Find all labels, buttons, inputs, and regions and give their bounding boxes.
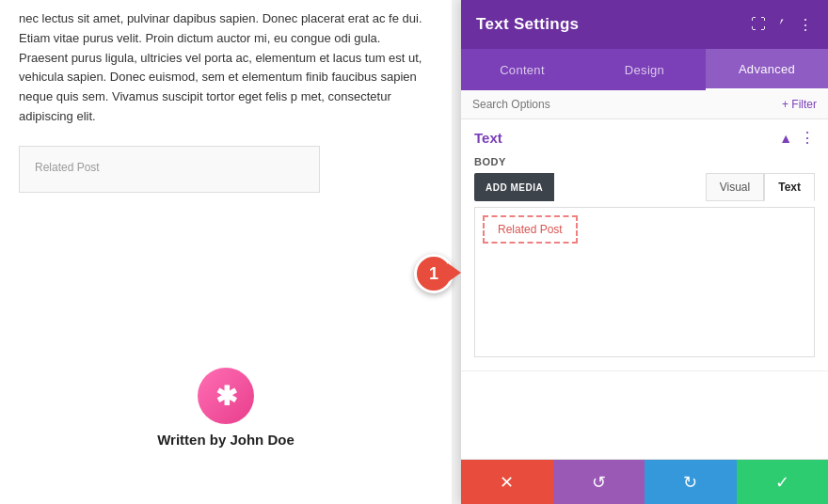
step-arrow (448, 263, 461, 282)
panel-header-icons: ⛶ ⎖ ⋮ (751, 16, 813, 34)
tab-design[interactable]: Design (583, 49, 706, 90)
body-text: nec lectus sit amet, pulvinar dapibus sa… (19, 9, 433, 127)
resize-icon[interactable]: ⛶ (751, 16, 766, 33)
text-tab[interactable]: Text (764, 173, 815, 201)
panel-header: Text Settings ⛶ ⎖ ⋮ (461, 0, 828, 49)
related-post-box: Related Post (483, 215, 578, 244)
related-post-input[interactable]: Related Post (19, 146, 320, 193)
panel-body: Text ▲ ⋮ Body ADD MEDIA Visual Tex (461, 119, 828, 459)
more-options-icon[interactable]: ⋮ (798, 16, 813, 34)
redo-button[interactable]: ↻ (645, 460, 737, 504)
add-media-button[interactable]: ADD MEDIA (474, 173, 554, 201)
editor-content[interactable]: Related Post (474, 207, 815, 357)
cancel-button[interactable]: ✕ (461, 460, 553, 504)
text-section-actions: ▲ ⋮ (779, 129, 815, 147)
step-number: 1 (429, 264, 438, 284)
panel-tabs: Content Design Advanced (461, 49, 828, 90)
text-section: Text ▲ ⋮ Body ADD MEDIA Visual Tex (461, 119, 828, 371)
editor-view-tabs: Visual Text (706, 173, 815, 201)
text-section-title: Text (474, 130, 502, 146)
editor-area: Body ADD MEDIA Visual Text (461, 156, 828, 370)
search-input[interactable] (472, 98, 782, 111)
section-more-icon[interactable]: ⋮ (800, 129, 815, 147)
panel-title: Text Settings (476, 15, 579, 34)
tab-advanced[interactable]: Advanced (706, 49, 828, 90)
search-bar: + Filter (461, 90, 828, 119)
columns-icon[interactable]: ⎖ (777, 16, 787, 33)
action-bar: ✕ ↺ ↻ ✓ (461, 459, 828, 504)
related-post-label: Related Post (35, 161, 100, 174)
visual-tab[interactable]: Visual (706, 173, 764, 201)
text-section-header: Text ▲ ⋮ (461, 119, 828, 156)
tab-content[interactable]: Content (461, 49, 583, 90)
settings-panel: Text Settings ⛶ ⎖ ⋮ Content Design Advan… (461, 0, 828, 504)
collapse-icon[interactable]: ▲ (779, 131, 792, 146)
author-icon: ✱ (198, 368, 254, 424)
content-area: nec lectus sit amet, pulvinar dapibus sa… (0, 0, 452, 504)
undo-button[interactable]: ↺ (553, 460, 645, 504)
body-label: Body (474, 156, 815, 167)
confirm-button[interactable]: ✓ (737, 460, 829, 504)
author-name: Written by John Doe (0, 432, 452, 448)
author-section: ✱ Written by John Doe (0, 368, 452, 448)
editor-toolbar-row: ADD MEDIA Visual Text (474, 173, 815, 201)
author-icon-symbol: ✱ (215, 381, 237, 412)
filter-button[interactable]: + Filter (782, 98, 817, 111)
